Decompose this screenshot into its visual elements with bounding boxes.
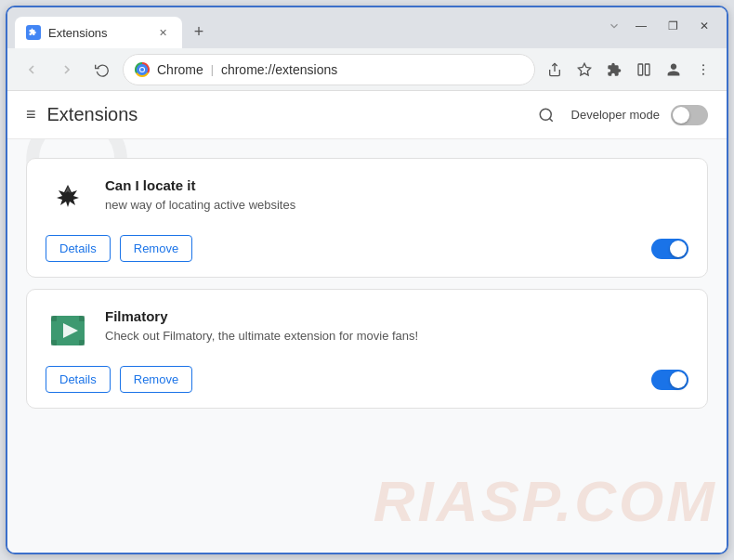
- svg-marker-4: [578, 63, 590, 75]
- can-locate-it-icon: [47, 179, 88, 220]
- puzzle-icon: [28, 27, 39, 38]
- svg-rect-6: [645, 64, 649, 75]
- extensions-icon: [607, 62, 622, 77]
- page-header: ≡ Extensions Developer mode: [7, 91, 727, 139]
- svg-rect-18: [51, 340, 57, 345]
- profile-icon: [666, 62, 681, 77]
- extension-header: Filmatory Check out Filmatory, the ultim…: [46, 308, 688, 353]
- back-button[interactable]: [17, 55, 46, 85]
- extension-card: Filmatory Check out Filmatory, the ultim…: [26, 289, 708, 409]
- back-icon: [24, 62, 39, 77]
- tab-close-button[interactable]: ✕: [154, 24, 171, 41]
- watermark-text: RIASP.COM: [374, 468, 717, 534]
- svg-rect-17: [79, 316, 85, 321]
- split-view-icon: [636, 62, 651, 77]
- bookmark-button[interactable]: [570, 56, 598, 84]
- extension-actions: Details Remove: [46, 366, 688, 393]
- toggle-knob: [673, 107, 689, 124]
- extension-info: Filmatory Check out Filmatory, the ultim…: [105, 308, 688, 345]
- tab-area: Extensions ✕ +: [15, 7, 608, 48]
- svg-point-10: [540, 109, 551, 120]
- share-button[interactable]: [541, 56, 569, 84]
- url-text: chrome://extensions: [221, 62, 337, 77]
- search-icon: [538, 107, 555, 124]
- extensions-list: Can I locate it new way of locating acti…: [7, 139, 727, 427]
- nav-bar: Chrome | chrome://extensions: [7, 48, 727, 91]
- details-button[interactable]: Details: [46, 235, 111, 262]
- svg-point-7: [702, 64, 704, 66]
- browser-brand: Chrome: [157, 62, 203, 77]
- header-actions: Developer mode: [532, 101, 708, 129]
- extensions-button[interactable]: [600, 56, 628, 84]
- page-content: ≡ Extensions Developer mode: [7, 91, 727, 553]
- svg-line-11: [549, 118, 552, 121]
- tab-title: Extensions: [48, 26, 147, 40]
- dev-mode-label: Developer mode: [571, 108, 660, 122]
- extension-description: Check out Filmatory, the ultimate extens…: [105, 328, 688, 345]
- svg-rect-19: [79, 340, 85, 345]
- svg-rect-5: [638, 64, 643, 75]
- extension-actions: Details Remove: [46, 235, 688, 262]
- share-icon: [547, 62, 562, 77]
- split-view-button[interactable]: [630, 56, 658, 84]
- filmatory-icon: [47, 310, 88, 351]
- reload-icon: [95, 62, 110, 77]
- address-bar[interactable]: Chrome | chrome://extensions: [123, 54, 535, 85]
- browser-window: Extensions ✕ + — ❐ ✕: [6, 6, 728, 554]
- bookmark-icon: [577, 62, 592, 77]
- tab-icon: [26, 25, 41, 40]
- svg-point-2: [140, 68, 144, 72]
- profile-button[interactable]: [660, 56, 688, 84]
- extension-name: Can I locate it: [105, 177, 688, 193]
- extension-toggle[interactable]: [651, 370, 688, 390]
- maximize-button[interactable]: ❐: [658, 11, 688, 41]
- nav-action-buttons: [541, 56, 717, 84]
- extension-toggle[interactable]: [651, 239, 688, 259]
- reload-button[interactable]: [87, 55, 117, 85]
- extension-info: Can I locate it new way of locating acti…: [105, 177, 688, 214]
- search-button[interactable]: [532, 101, 560, 129]
- details-button[interactable]: Details: [46, 366, 111, 393]
- title-bar: Extensions ✕ + — ❐ ✕: [7, 7, 727, 48]
- toggle-knob: [670, 241, 687, 257]
- extension-name: Filmatory: [105, 308, 688, 324]
- forward-icon: [59, 62, 74, 77]
- hamburger-menu-icon[interactable]: ≡: [26, 105, 36, 124]
- chevron-down-icon: [608, 20, 621, 33]
- toggle-knob: [670, 371, 687, 388]
- new-tab-button[interactable]: +: [186, 19, 212, 45]
- remove-button[interactable]: Remove: [120, 366, 192, 393]
- extension-icon: [46, 177, 90, 222]
- window-controls: — ❐ ✕: [608, 11, 719, 45]
- page-title: Extensions: [47, 104, 532, 125]
- extension-description: new way of locating active websites: [105, 197, 688, 214]
- chrome-menu-button[interactable]: [689, 56, 717, 84]
- svg-point-9: [702, 72, 704, 74]
- extension-icon: [46, 308, 90, 353]
- chrome-logo-icon: [135, 62, 150, 77]
- svg-point-8: [702, 69, 704, 71]
- remove-button[interactable]: Remove: [120, 235, 192, 262]
- extension-card: Can I locate it new way of locating acti…: [26, 158, 708, 278]
- svg-rect-16: [51, 316, 57, 321]
- minimize-button[interactable]: —: [626, 11, 656, 41]
- close-button[interactable]: ✕: [689, 11, 719, 41]
- three-dots-icon: [696, 62, 711, 77]
- active-tab[interactable]: Extensions ✕: [15, 17, 182, 48]
- extension-header: Can I locate it new way of locating acti…: [46, 177, 688, 222]
- dev-mode-toggle[interactable]: [671, 105, 708, 125]
- forward-button[interactable]: [52, 55, 82, 85]
